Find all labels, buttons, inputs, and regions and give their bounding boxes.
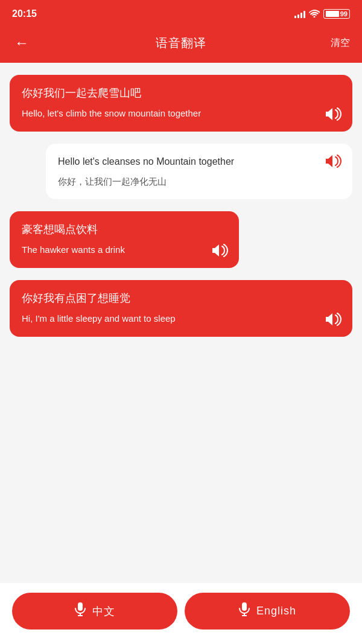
original-text-4: 你好我有点困了想睡觉 bbox=[22, 291, 340, 306]
translated-text-4: Hi, I'm a little sleepy and want to slee… bbox=[22, 312, 340, 326]
translated-text-3: The hawker wants a drink bbox=[22, 243, 227, 257]
original-text-3: 豪客想喝点饮料 bbox=[22, 222, 227, 237]
messages-list: 你好我们一起去爬雪山吧 Hello, let's climb the snow … bbox=[0, 63, 362, 582]
chinese-lang-button[interactable]: 中文 bbox=[12, 593, 177, 630]
page-title: 语音翻译 bbox=[156, 35, 206, 51]
sound-button-1[interactable] bbox=[326, 107, 341, 121]
bottom-bar: 中文 English bbox=[0, 583, 362, 644]
status-bar: 20:15 99 bbox=[0, 0, 362, 27]
translated-text-2: 你好，让我们一起净化无山 bbox=[58, 175, 340, 189]
status-time: 20:15 bbox=[12, 8, 37, 19]
english-lang-button[interactable]: English bbox=[185, 593, 350, 630]
wifi-icon bbox=[309, 9, 320, 19]
english-label: English bbox=[256, 605, 296, 617]
chinese-label: 中文 bbox=[92, 604, 115, 619]
translated-text-1: Hello, let's climb the snow mountain tog… bbox=[22, 107, 340, 121]
svg-rect-0 bbox=[78, 602, 83, 611]
message-card-3: 豪客想喝点饮料 The hawker wants a drink bbox=[10, 211, 239, 268]
mic-icon-english bbox=[238, 602, 250, 620]
message-card-4: 你好我有点困了想睡觉 Hi, I'm a little sleepy and w… bbox=[10, 280, 352, 337]
original-text-1: 你好我们一起去爬雪山吧 bbox=[22, 86, 340, 101]
clear-button[interactable]: 清空 bbox=[331, 37, 350, 49]
sound-button-2[interactable] bbox=[326, 155, 341, 168]
status-icons: 99 bbox=[294, 9, 350, 19]
svg-rect-3 bbox=[242, 602, 247, 611]
header: ← 语音翻译 清空 bbox=[0, 27, 362, 63]
message-card-1: 你好我们一起去爬雪山吧 Hello, let's climb the snow … bbox=[10, 75, 352, 132]
original-text-2: Hello let's cleanses no Mountain togethe… bbox=[58, 155, 340, 169]
back-button[interactable]: ← bbox=[12, 32, 31, 54]
battery-icon: 99 bbox=[323, 9, 350, 19]
mic-icon-chinese bbox=[74, 602, 86, 620]
sound-button-3[interactable] bbox=[212, 244, 228, 257]
message-card-2: Hello let's cleanses no Mountain togethe… bbox=[46, 144, 352, 200]
sound-button-4[interactable] bbox=[326, 313, 341, 326]
signal-icon bbox=[294, 10, 305, 18]
